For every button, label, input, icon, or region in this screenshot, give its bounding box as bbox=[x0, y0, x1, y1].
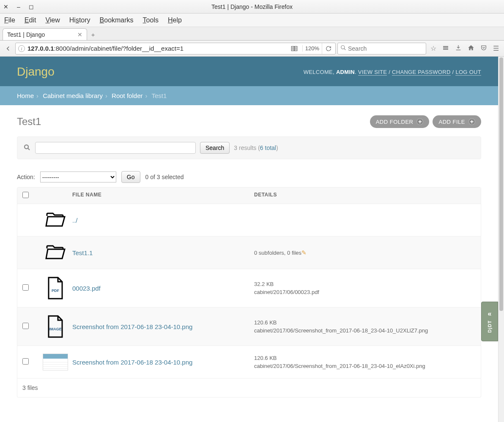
search-icon bbox=[23, 144, 31, 152]
file-link[interactable]: 00023.pdf bbox=[72, 285, 101, 292]
results-count: 3 results (6 total) bbox=[234, 144, 278, 151]
user-tools: WELCOME, ADMIN. VIEW SITE / CHANGE PASSW… bbox=[304, 69, 481, 75]
svg-point-5 bbox=[25, 145, 28, 149]
edit-icon[interactable]: ✎ bbox=[301, 249, 307, 256]
tab-close-icon[interactable]: ✕ bbox=[77, 31, 82, 38]
menu-history[interactable]: History bbox=[69, 16, 90, 24]
file-size: 120.6 KB bbox=[254, 319, 476, 326]
file-table: FILE NAME DETAILS ../ bbox=[17, 187, 481, 397]
svg-rect-2 bbox=[443, 47, 448, 48]
debug-label: DjDT bbox=[487, 320, 492, 333]
action-bar: Action: --------- Go 0 of 3 selected bbox=[17, 171, 481, 183]
bookmark-star-icon[interactable]: ☆ bbox=[430, 44, 436, 52]
reload-button[interactable] bbox=[322, 43, 333, 54]
welcome-text: WELCOME, bbox=[304, 69, 336, 75]
menu-tools[interactable]: Tools bbox=[143, 16, 159, 24]
parent-folder-link[interactable]: ../ bbox=[72, 217, 78, 224]
scrollbar-thumb[interactable] bbox=[499, 57, 503, 311]
reader-mode-icon[interactable] bbox=[289, 43, 300, 54]
image-thumbnail bbox=[43, 354, 68, 370]
table-row: ../ bbox=[17, 204, 481, 237]
url-bar[interactable]: i 127.0.0.1:8000/admin/cabinet/file/?fol… bbox=[15, 43, 336, 54]
row-checkbox[interactable] bbox=[22, 358, 29, 365]
pocket-icon[interactable] bbox=[480, 44, 487, 53]
file-path: cabinet/2017/06/Screenshot_from_2017-06-… bbox=[254, 327, 428, 334]
browser-tab[interactable]: Test1 | Django ✕ bbox=[3, 28, 87, 40]
add-file-button[interactable]: ADD FILE+ bbox=[433, 115, 481, 128]
home-icon[interactable] bbox=[468, 44, 474, 53]
table-row: PDF 00023.pdf 32.2 KB cabinet/2017/06/00… bbox=[17, 269, 481, 308]
action-select[interactable]: --------- bbox=[40, 172, 116, 182]
svg-rect-4 bbox=[456, 49, 461, 50]
browser-menubar: File Edit View History Bookmarks Tools H… bbox=[0, 14, 504, 27]
add-folder-button[interactable]: ADD FOLDER+ bbox=[370, 115, 430, 128]
row-checkbox[interactable] bbox=[22, 323, 29, 329]
admin-header: Django WELCOME, ADMIN. VIEW SITE / CHANG… bbox=[0, 57, 498, 86]
browser-search[interactable] bbox=[337, 43, 426, 54]
brand[interactable]: Django bbox=[17, 65, 55, 79]
breadcrumb-library[interactable]: Cabinet media library bbox=[43, 92, 103, 99]
menu-file[interactable]: File bbox=[4, 16, 15, 24]
table-footer: 3 files bbox=[17, 378, 481, 397]
th-details[interactable]: DETAILS bbox=[254, 192, 476, 199]
window-title: Test1 | Django - Mozilla Firefox bbox=[0, 3, 504, 10]
selection-count: 0 of 3 selected bbox=[145, 174, 184, 180]
menu-bookmarks[interactable]: Bookmarks bbox=[100, 16, 134, 24]
table-row: Test1.1 0 subfolders, 0 files✎ bbox=[17, 237, 481, 269]
go-button[interactable]: Go bbox=[121, 171, 140, 183]
new-tab-button[interactable]: ＋ bbox=[87, 30, 99, 40]
back-button[interactable] bbox=[3, 43, 14, 54]
view-site-link[interactable]: VIEW SITE bbox=[358, 69, 387, 76]
breadcrumb-home[interactable]: Home bbox=[17, 92, 34, 99]
menu-edit[interactable]: Edit bbox=[25, 16, 36, 24]
svg-rect-1 bbox=[443, 46, 448, 47]
plus-icon: + bbox=[416, 118, 423, 125]
change-password-link[interactable]: CHANGE PASSWORD bbox=[392, 69, 451, 76]
breadcrumb-root[interactable]: Root folder bbox=[112, 92, 142, 99]
total-link[interactable]: 6 total bbox=[260, 144, 276, 151]
page-title: Test1 bbox=[17, 116, 41, 128]
menu-help[interactable]: Help bbox=[168, 16, 182, 24]
breadcrumb-current: Test1 bbox=[151, 92, 167, 99]
select-all-checkbox[interactable] bbox=[22, 192, 29, 198]
folder-link[interactable]: Test1.1 bbox=[72, 249, 93, 256]
search-icon bbox=[340, 45, 346, 52]
tab-label: Test1 | Django bbox=[7, 31, 45, 38]
file-size: 120.6 KB bbox=[254, 355, 476, 361]
page-content: Django WELCOME, ADMIN. VIEW SITE / CHANG… bbox=[0, 57, 498, 422]
file-link[interactable]: Screenshot from 2017-06-18 23-04-10.png bbox=[72, 359, 192, 366]
browser-search-input[interactable] bbox=[348, 45, 423, 52]
search-input[interactable] bbox=[35, 142, 196, 154]
svg-rect-3 bbox=[443, 49, 448, 49]
downloads-icon[interactable] bbox=[455, 44, 462, 53]
image-file-icon: IMAGE bbox=[46, 315, 65, 338]
zoom-level[interactable]: 120% bbox=[302, 45, 319, 52]
svg-point-0 bbox=[341, 46, 345, 49]
django-debug-toolbar[interactable]: « DjDT bbox=[481, 302, 498, 341]
row-checkbox[interactable] bbox=[22, 284, 29, 291]
svg-text:PDF: PDF bbox=[52, 289, 60, 293]
menu-icon[interactable]: ☰ bbox=[493, 44, 499, 52]
url-text: 127.0.0.1:8000/admin/cabinet/file/?folde… bbox=[27, 45, 286, 52]
action-label: Action: bbox=[17, 174, 35, 180]
tab-strip: Test1 | Django ✕ ＋ bbox=[0, 27, 504, 41]
plus-icon: + bbox=[468, 118, 475, 125]
table-header: FILE NAME DETAILS bbox=[17, 188, 481, 204]
search-button[interactable]: Search bbox=[200, 142, 230, 154]
logout-link[interactable]: LOG OUT bbox=[455, 69, 481, 76]
info-icon[interactable]: i bbox=[18, 45, 25, 52]
library-icon[interactable] bbox=[442, 44, 449, 53]
breadcrumb: Home› Cabinet media library› Root folder… bbox=[0, 86, 498, 105]
svg-text:IMAGE: IMAGE bbox=[49, 327, 62, 331]
user-link[interactable]: ADMIN bbox=[336, 69, 355, 75]
th-filename[interactable]: FILE NAME bbox=[72, 192, 254, 199]
menu-view[interactable]: View bbox=[45, 16, 60, 24]
search-bar: Search 3 results (6 total) bbox=[17, 136, 481, 159]
file-link[interactable]: Screenshot from 2017-06-18 23-04-10.png bbox=[72, 323, 192, 330]
browser-toolbar: i 127.0.0.1:8000/admin/cabinet/file/?fol… bbox=[0, 41, 504, 57]
table-row: IMAGE Screenshot from 2017-06-18 23-04-1… bbox=[17, 308, 481, 346]
folder-open-icon bbox=[45, 244, 66, 261]
vertical-scrollbar[interactable] bbox=[498, 57, 504, 422]
file-size: 32.2 KB bbox=[254, 281, 476, 287]
chevron-left-icon: « bbox=[488, 310, 492, 318]
